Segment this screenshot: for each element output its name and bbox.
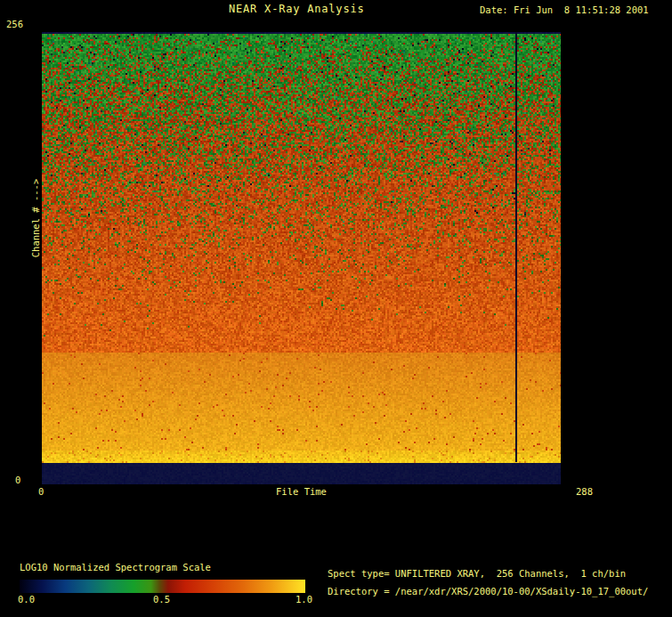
time-cursor-line — [515, 32, 517, 462]
x-axis-max-label: 288 — [576, 486, 593, 497]
y-axis-max-label: 256 — [6, 19, 23, 29]
near-xray-analysis-window: NEAR X-Ray Analysis Date: Fri Jun 8 11:5… — [0, 0, 672, 617]
x-axis-title: File Time — [42, 486, 561, 497]
header-date: Date: Fri Jun 8 11:51:28 2001 — [480, 4, 649, 15]
directory-text: Directory = /near/xdr/XRS/2000/10-00/XSd… — [328, 586, 648, 597]
colorbar-title: LOG10 Normalized Spectrogram Scale — [20, 562, 211, 572]
page-title: NEAR X-Ray Analysis — [229, 4, 364, 14]
y-axis-min-label: 0 — [15, 475, 20, 485]
spect-type-text: Spect type= UNFILTERED XRAY, 256 Channel… — [328, 568, 626, 579]
colorbar-tick-max: 1.0 — [296, 594, 312, 605]
colorbar-tick-mid: 0.5 — [153, 594, 170, 605]
spectrogram-image[interactable] — [42, 32, 561, 484]
colorbar-gradient — [20, 580, 305, 593]
y-axis-title: Channel # ---> — [30, 179, 41, 258]
colorbar-tick-min: 0.0 — [18, 594, 35, 605]
